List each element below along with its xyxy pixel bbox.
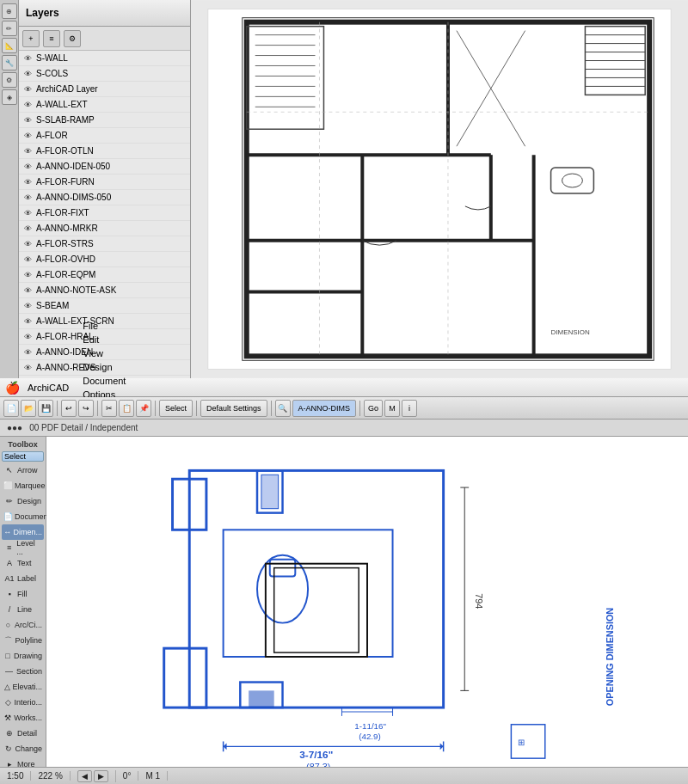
- layer-item[interactable]: 👁 S-BEAM: [19, 298, 190, 314]
- toolbar-btn-6[interactable]: ◈: [2, 89, 17, 105]
- tool-line[interactable]: / Line: [2, 602, 44, 617]
- tb-copy[interactable]: 📋: [119, 400, 134, 417]
- tool-section[interactable]: — Section: [2, 664, 44, 679]
- tool-arc-ci---[interactable]: ○ Arc/Ci...: [2, 617, 44, 633]
- layer-item[interactable]: 👁 A-WALL-EXT: [19, 97, 190, 113]
- layers-settings-btn[interactable]: ⚙: [64, 30, 81, 47]
- tb-cut[interactable]: ✂: [101, 400, 117, 417]
- tool-icon: △: [3, 681, 10, 693]
- menu-item-edit[interactable]: Edit: [76, 333, 132, 346]
- layer-name: A-FLOR-OVHD: [36, 254, 95, 264]
- tool-polyline[interactable]: ⌒ Polyline: [2, 633, 44, 648]
- tool-works---[interactable]: ⚒ Works...: [2, 710, 44, 726]
- tb-paste[interactable]: 📌: [136, 400, 151, 417]
- toolbar-btn-1[interactable]: ⊕: [2, 3, 17, 19]
- layer-item[interactable]: 👁 A-FLOR-FURN: [19, 175, 190, 190]
- tb-redo[interactable]: ↪: [78, 400, 94, 417]
- layer-visibility-toggle[interactable]: 👁: [21, 361, 34, 375]
- tool-design[interactable]: ✏ Design: [2, 493, 44, 509]
- menu-item-view[interactable]: View: [76, 346, 132, 360]
- tool-arrow[interactable]: ↖ Arrow: [2, 462, 44, 478]
- layer-name: S-COLS: [36, 69, 68, 78]
- layer-visibility-toggle[interactable]: 👁: [21, 315, 34, 328]
- tb-zoom-in[interactable]: 🔍: [275, 400, 291, 417]
- layer-visibility-toggle[interactable]: 👁: [21, 83, 34, 96]
- layer-item[interactable]: 👁 A-FLOR-EQPM: [19, 267, 190, 283]
- tb-new[interactable]: 📄: [3, 400, 19, 417]
- tool-dimen---[interactable]: ↔ Dimen...: [2, 524, 44, 540]
- tool-drawing[interactable]: □ Drawing: [2, 648, 44, 664]
- tool-label: Level ...: [16, 539, 42, 556]
- tb-open[interactable]: 📂: [21, 400, 36, 417]
- tool-more[interactable]: ▸ More: [2, 756, 44, 767]
- nav-prev[interactable]: ◀: [77, 770, 92, 782]
- toolbar-btn-4[interactable]: 🔧: [2, 55, 17, 70]
- layer-visibility-toggle[interactable]: 👁: [21, 299, 34, 313]
- tb-select[interactable]: Select: [159, 400, 193, 417]
- layer-visibility-toggle[interactable]: 👁: [21, 129, 34, 143]
- menu-item-design[interactable]: Design: [76, 360, 132, 374]
- tb-extra2[interactable]: i: [402, 400, 417, 417]
- layer-item[interactable]: 👁 A-ANNO-DIMS-050: [19, 190, 190, 205]
- layers-add-btn[interactable]: +: [22, 30, 40, 47]
- layer-visibility-toggle[interactable]: 👁: [21, 113, 34, 127]
- tool-marquee[interactable]: ⬜ Marquee: [2, 478, 44, 493]
- tool-document[interactable]: 📄 Document: [2, 509, 44, 524]
- layer-visibility-toggle[interactable]: 👁: [21, 144, 34, 158]
- layer-item[interactable]: 👁 A-ANNO-IDEN-050: [19, 159, 190, 175]
- layer-visibility-toggle[interactable]: 👁: [21, 191, 34, 205]
- layer-item[interactable]: 👁 A-FLOR-FIXT: [19, 205, 190, 221]
- tool-detail[interactable]: ⊕ Detail: [2, 726, 44, 741]
- layer-visibility-toggle[interactable]: 👁: [21, 160, 34, 174]
- tb-undo[interactable]: ↩: [61, 400, 77, 417]
- layer-visibility-toggle[interactable]: 👁: [21, 346, 34, 359]
- toolbox-select[interactable]: Select: [2, 451, 44, 462]
- layer-item[interactable]: 👁 A-FLOR-STRS: [19, 236, 190, 252]
- tool-level----[interactable]: ≡ Level ...: [2, 540, 44, 555]
- menu-archicad[interactable]: ArchiCAD: [21, 381, 76, 395]
- tb-settings[interactable]: Default Settings: [200, 400, 267, 417]
- tb-sep5: [271, 401, 272, 416]
- tool-icon: ▪: [3, 588, 15, 600]
- layer-visibility-toggle[interactable]: 👁: [21, 67, 34, 81]
- layer-visibility-toggle[interactable]: 👁: [21, 253, 34, 266]
- apple-menu[interactable]: 🍎: [3, 381, 21, 395]
- toolbar-btn-5[interactable]: ⚙: [2, 72, 17, 88]
- tb-extra1[interactable]: M: [384, 400, 400, 417]
- nav-next[interactable]: ▶: [94, 770, 108, 782]
- layer-visibility-toggle[interactable]: 👁: [21, 268, 34, 282]
- layer-visibility-toggle[interactable]: 👁: [21, 330, 34, 344]
- layer-item[interactable]: 👁 A-FLOR: [19, 128, 190, 144]
- layer-visibility-toggle[interactable]: 👁: [21, 98, 34, 112]
- toolbar-btn-2[interactable]: ✏: [2, 21, 17, 36]
- layer-item[interactable]: 👁 A-ANNO-MRKR: [19, 221, 190, 236]
- tool-label: Design: [17, 497, 41, 505]
- tool-fill[interactable]: ▪ Fill: [2, 586, 44, 602]
- layer-item[interactable]: 👁 A-FLOR-OVHD: [19, 252, 190, 267]
- drawing-area[interactable]: 794 1-11/16" (42.9) 3-7/16" (87.3): [46, 437, 688, 767]
- layer-visibility-toggle[interactable]: 👁: [21, 175, 34, 189]
- tool-text[interactable]: A Text: [2, 555, 44, 571]
- layer-item[interactable]: 👁 A-ANNO-NOTE-ASK: [19, 283, 190, 298]
- layer-item[interactable]: 👁 S-WALL: [19, 51, 190, 66]
- layer-visibility-toggle[interactable]: 👁: [21, 284, 34, 297]
- tool-label[interactable]: A1 Label: [2, 571, 44, 586]
- tb-save[interactable]: 💾: [38, 400, 53, 417]
- layer-item[interactable]: 👁 S-COLS: [19, 66, 190, 82]
- menu-item-file[interactable]: File: [76, 319, 132, 333]
- tb-layer[interactable]: A-ANNO-DIMS: [292, 400, 357, 417]
- layers-menu-btn[interactable]: ≡: [43, 30, 60, 47]
- layer-visibility-toggle[interactable]: 👁: [21, 237, 34, 251]
- tb-go[interactable]: Go: [364, 400, 383, 417]
- tool-change[interactable]: ↻ Change: [2, 741, 44, 756]
- toolbar-btn-3[interactable]: 📐: [2, 38, 17, 53]
- layer-item[interactable]: 👁 A-FLOR-OTLN: [19, 144, 190, 159]
- tool-interio---[interactable]: ◇ Interio...: [2, 695, 44, 710]
- layer-visibility-toggle[interactable]: 👁: [21, 222, 34, 236]
- layer-item[interactable]: 👁 S-SLAB-RAMP: [19, 113, 190, 128]
- layer-item[interactable]: 👁 ArchiCAD Layer: [19, 82, 190, 97]
- layer-visibility-toggle[interactable]: 👁: [21, 206, 34, 220]
- layer-visibility-toggle[interactable]: 👁: [21, 52, 34, 65]
- tool-elevati---[interactable]: △ Elevati...: [2, 679, 44, 695]
- menu-item-document[interactable]: Document: [76, 374, 132, 388]
